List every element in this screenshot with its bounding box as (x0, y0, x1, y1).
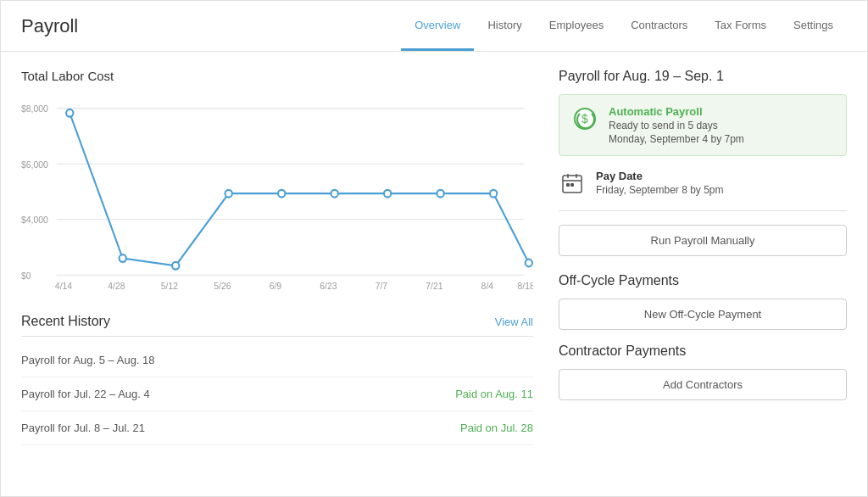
payroll-period-title: Payroll for Aug. 19 – Sep. 1 (559, 69, 847, 84)
svg-point-12 (278, 190, 285, 198)
off-cycle-title: Off-Cycle Payments (559, 273, 847, 288)
svg-text:7/21: 7/21 (426, 280, 442, 290)
svg-text:$0: $0 (21, 270, 31, 280)
svg-text:$8,000: $8,000 (21, 103, 48, 114)
svg-rect-34 (566, 183, 570, 187)
left-panel: Total Labor Cost $8,000 $6,000 $4,000 $0 (21, 69, 533, 445)
chart-title: Total Labor Cost (21, 69, 533, 83)
svg-text:4/28: 4/28 (108, 280, 125, 290)
paid-badge: Paid on Aug. 11 (455, 388, 533, 400)
svg-point-15 (437, 190, 443, 198)
auto-payroll-card: $ Automatic Payroll Ready to send in 5 d… (559, 94, 847, 156)
chart-section: Total Labor Cost $8,000 $6,000 $4,000 $0 (21, 69, 533, 293)
history-item-label: Payroll for Aug. 5 – Aug. 18 (21, 354, 155, 366)
svg-point-17 (526, 260, 532, 267)
auto-payroll-label: Automatic Payroll (609, 105, 744, 118)
calendar-icon (559, 170, 586, 197)
chart-container: $8,000 $6,000 $4,000 $0 (21, 90, 533, 293)
section-header: Recent History View All (21, 314, 533, 337)
tab-settings[interactable]: Settings (780, 1, 847, 51)
svg-text:6/23: 6/23 (320, 280, 337, 290)
history-item-2: Payroll for Jul. 8 – Jul. 21Paid on Jul.… (21, 411, 533, 445)
svg-text:$6,000: $6,000 (21, 159, 48, 169)
svg-point-13 (331, 190, 338, 198)
svg-point-9 (120, 254, 126, 262)
auto-payroll-text: Automatic Payroll Ready to send in 5 day… (609, 105, 744, 145)
nav-tabs: OverviewHistoryEmployeesContractorsTax F… (401, 1, 847, 51)
tab-employees[interactable]: Employees (536, 1, 617, 51)
page-title: Payroll (21, 15, 78, 37)
contractor-payments-title: Contractor Payments (559, 343, 847, 359)
recent-history-title: Recent History (21, 314, 110, 329)
header: Payroll OverviewHistoryEmployeesContract… (1, 1, 867, 52)
tab-contractors[interactable]: Contractors (617, 1, 701, 51)
svg-text:5/26: 5/26 (214, 280, 231, 290)
paid-badge: Paid on Jul. 28 (460, 422, 533, 434)
app-container: Payroll OverviewHistoryEmployeesContract… (0, 0, 868, 497)
svg-point-8 (66, 109, 73, 117)
add-contractors-button[interactable]: Add Contractors (559, 369, 847, 400)
svg-text:$4,000: $4,000 (21, 215, 48, 225)
svg-point-10 (172, 262, 179, 270)
svg-text:6/9: 6/9 (270, 280, 282, 290)
pay-date-sub: Friday, September 8 by 5pm (596, 184, 724, 196)
pay-date-label: Pay Date (596, 170, 724, 182)
svg-text:5/12: 5/12 (161, 280, 178, 290)
pay-date-text: Pay Date Friday, September 8 by 5pm (596, 170, 724, 196)
right-panel: Payroll for Aug. 19 – Sep. 1 $ Automatic… (559, 69, 847, 445)
auto-payroll-sub2: Monday, September 4 by 7pm (609, 133, 744, 145)
recent-history-section: Recent History View All Payroll for Aug.… (21, 314, 533, 445)
run-payroll-manually-button[interactable]: Run Payroll Manually (559, 225, 847, 256)
labor-cost-chart: $8,000 $6,000 $4,000 $0 (21, 90, 533, 293)
history-item-label: Payroll for Jul. 22 – Aug. 4 (21, 388, 150, 400)
svg-point-16 (490, 190, 497, 198)
tab-history[interactable]: History (474, 1, 535, 51)
svg-point-11 (225, 190, 232, 198)
svg-text:$: $ (581, 112, 588, 126)
svg-point-14 (384, 190, 391, 198)
svg-text:8/4: 8/4 (481, 280, 494, 290)
auto-payroll-icon: $ (571, 105, 598, 132)
pay-date-card: Pay Date Friday, September 8 by 5pm (559, 170, 847, 211)
tab-overview[interactable]: Overview (401, 1, 474, 51)
history-list: Payroll for Aug. 5 – Aug. 18Payroll for … (21, 343, 533, 445)
main-content: Total Labor Cost $8,000 $6,000 $4,000 $0 (1, 52, 867, 462)
svg-text:8/18: 8/18 (518, 280, 533, 290)
history-item-0: Payroll for Aug. 5 – Aug. 18 (21, 343, 533, 377)
view-all-link[interactable]: View All (495, 316, 533, 328)
new-off-cycle-payment-button[interactable]: New Off-Cycle Payment (559, 299, 847, 330)
history-item-1: Payroll for Jul. 22 – Aug. 4Paid on Aug.… (21, 377, 533, 411)
tab-tax-forms[interactable]: Tax Forms (701, 1, 780, 51)
svg-text:7/7: 7/7 (376, 280, 388, 290)
svg-rect-35 (570, 183, 574, 187)
svg-text:4/14: 4/14 (55, 280, 72, 290)
history-item-label: Payroll for Jul. 8 – Jul. 21 (21, 422, 145, 434)
auto-payroll-sub1: Ready to send in 5 days (609, 120, 744, 131)
